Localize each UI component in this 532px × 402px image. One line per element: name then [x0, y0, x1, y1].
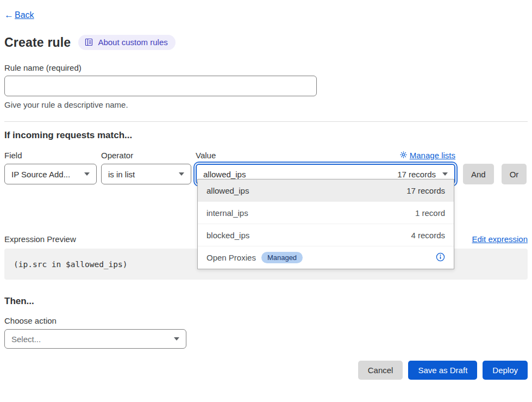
manage-lists-label: Manage lists [410, 151, 455, 160]
chevron-down-icon [84, 172, 90, 176]
action-select[interactable]: Select... [4, 329, 186, 349]
choose-action-label: Choose action [4, 316, 528, 325]
book-icon [85, 38, 93, 46]
rule-name-label: Rule name (required) [4, 63, 528, 72]
info-icon[interactable] [436, 252, 445, 263]
expression-preview-label: Expression Preview [4, 234, 76, 244]
match-controls-row: Field IP Source Add... Operator is in li… [4, 151, 528, 184]
and-button[interactable]: And [463, 164, 494, 184]
back-link[interactable]: ←Back [4, 10, 34, 21]
field-column: Field IP Source Add... [4, 151, 97, 184]
list-item-records: 1 record [415, 208, 445, 218]
value-column: Value Manage lists allowed_ips 17 record… [196, 151, 455, 184]
value-label: Value [196, 151, 216, 160]
value-label-row: Value Manage lists [196, 151, 455, 160]
list-item-records: 17 records [406, 186, 445, 195]
arrow-left-icon: ← [4, 10, 14, 21]
edit-expression-link[interactable]: Edit expression [472, 234, 528, 244]
create-rule-page: ←Back Create rule About custom rules Rul… [0, 0, 532, 380]
page-title: Create rule [4, 35, 71, 50]
action-select-placeholder: Select... [11, 335, 170, 344]
field-select[interactable]: IP Source Add... [4, 164, 97, 184]
field-label: Field [4, 151, 97, 160]
match-section-heading: If incoming requests match... [4, 130, 528, 141]
managed-badge: Managed [261, 252, 303, 263]
value-select-records: 17 records [397, 170, 436, 179]
list-item-name: blocked_ips [206, 231, 249, 240]
section-divider [4, 121, 528, 122]
about-custom-rules-link[interactable]: About custom rules [78, 35, 175, 50]
cancel-button[interactable]: Cancel [358, 361, 403, 380]
andor-group: And Or [463, 164, 527, 184]
deploy-button[interactable]: Deploy [483, 361, 528, 380]
operator-select-value: is in list [108, 170, 174, 179]
chevron-down-icon [179, 172, 184, 176]
chevron-down-icon [442, 172, 448, 176]
list-item[interactable]: Open ProxiesManaged [198, 246, 454, 269]
value-dropdown-panel: allowed_ips17 recordsinternal_ips1 recor… [197, 179, 454, 269]
about-badge-label: About custom rules [98, 38, 167, 47]
footer-actions: Cancel Save as Draft Deploy [4, 361, 528, 380]
list-item[interactable]: internal_ips1 record [198, 202, 454, 224]
field-select-value: IP Source Add... [11, 170, 80, 179]
then-section-heading: Then... [4, 296, 528, 307]
list-item-name: Open Proxies [206, 253, 256, 262]
expression-code: (ip.src in $allowed_ips) [14, 260, 128, 269]
gear-icon [400, 151, 407, 160]
operator-column: Operator is in list [101, 151, 191, 184]
list-item[interactable]: blocked_ips4 records [198, 224, 454, 246]
or-button[interactable]: Or [502, 164, 527, 184]
value-select-value: allowed_ips [203, 170, 393, 179]
page-header: Create rule About custom rules [4, 35, 528, 50]
list-item-records: 4 records [411, 231, 445, 240]
rule-name-input[interactable] [4, 76, 317, 96]
list-item-name: allowed_ips [206, 186, 249, 195]
list-item[interactable]: allowed_ips17 records [198, 180, 454, 202]
chevron-down-icon [174, 337, 179, 341]
list-item-name: internal_ips [206, 208, 248, 218]
save-as-draft-button[interactable]: Save as Draft [408, 361, 477, 380]
rule-name-helper-text: Give your rule a descriptive name. [4, 100, 528, 109]
operator-select[interactable]: is in list [101, 164, 191, 184]
manage-lists-link[interactable]: Manage lists [400, 151, 455, 160]
operator-label: Operator [101, 151, 191, 160]
